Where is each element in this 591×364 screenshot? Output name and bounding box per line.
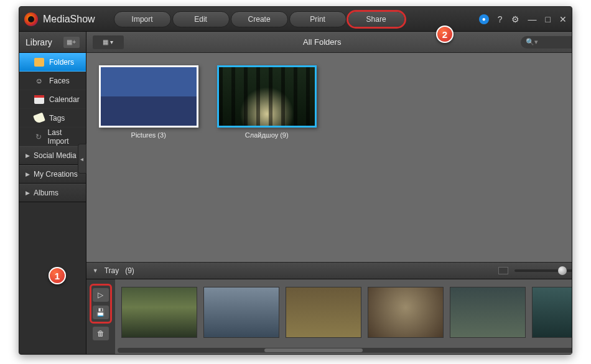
sidebar-cat-label: Social Media (34, 151, 77, 160)
app-body: Library ▦+ Folders ☺ Faces Calendar Tags… (19, 32, 572, 354)
search-icon: 🔍▾ (526, 38, 538, 46)
tray-strip[interactable] (115, 279, 572, 354)
library-label: Library (26, 37, 52, 47)
chevron-right-icon: ▶ (26, 190, 30, 196)
media-tray: ▷ 💾 🗑 (86, 279, 572, 354)
save-button[interactable]: 💾 (93, 306, 109, 319)
chevron-down-icon: ▼ (93, 268, 98, 274)
sidebar-item-label: Last Import (48, 128, 80, 146)
tab-import[interactable]: Import (114, 11, 171, 27)
small-view-icon[interactable] (498, 267, 508, 274)
folder-grid: Pictures (3) Слайдшоу (9) (86, 53, 572, 262)
app-logo-icon (24, 12, 38, 26)
titlebar: MediaShow Import Edit Create Print Share… (19, 7, 572, 32)
maximize-icon[interactable]: □ (546, 14, 551, 24)
tray-item[interactable] (203, 287, 279, 338)
sidebar-header: Library ▦+ (19, 32, 86, 53)
tray-item[interactable] (450, 287, 526, 338)
sidebar-item-label: Faces (49, 77, 70, 85)
tray-label: Tray (105, 266, 119, 275)
tray-tools: ▷ 💾 🗑 (86, 279, 115, 354)
play-button[interactable]: ▷ (93, 288, 109, 302)
sidebar-cat-social[interactable]: ▶ Social Media (19, 146, 86, 165)
sidebar-item-label: Calendar (49, 95, 80, 104)
sidebar-cat-albums[interactable]: ▶ Albums (19, 184, 86, 202)
tray-scrollbar[interactable] (118, 348, 572, 353)
tray-header[interactable]: ▼ Tray (9) (86, 262, 572, 279)
notification-icon[interactable]: ● (479, 14, 489, 24)
chevron-right-icon: ▶ (26, 152, 30, 159)
sidebar-cat-label: Albums (34, 189, 58, 197)
help-icon[interactable]: ? (498, 14, 503, 24)
folder-thumbnail (99, 65, 198, 128)
app-window: 1 2 MediaShow Import Edit Create Print S… (19, 6, 572, 355)
sidebar-cat-creations[interactable]: ▶ My Creations (19, 165, 86, 184)
search-input[interactable]: 🔍▾ ⓧ (521, 36, 572, 49)
settings-icon[interactable]: ⚙ (511, 14, 519, 24)
sidebar-item-label: Tags (49, 114, 65, 123)
sidebar-item-folders[interactable]: Folders (19, 53, 86, 72)
tray-item[interactable] (532, 287, 572, 338)
highlighted-tools: ▷ 💾 (91, 286, 110, 322)
sidebar-cat-label: My Creations (34, 170, 78, 179)
main-tabs: Import Edit Create Print Share (114, 11, 474, 27)
tray-item[interactable] (286, 287, 361, 338)
folder-thumb-slideshow[interactable]: Слайдшоу (9) (217, 65, 317, 139)
content-title: All Folders (131, 37, 513, 47)
tag-icon (33, 112, 45, 124)
thumbnail-size-slider[interactable] (514, 269, 572, 272)
collapse-sidebar-handle[interactable]: ◂ (78, 144, 86, 174)
tray-item[interactable] (368, 287, 444, 338)
view-mode-button[interactable]: ▦ ▾ (93, 35, 124, 49)
minimize-icon[interactable]: — (528, 14, 537, 24)
callout-2: 2 (436, 26, 454, 43)
folder-label: Слайдшоу (9) (245, 131, 289, 139)
folder-label: Pictures (3) (131, 131, 166, 139)
tab-edit[interactable]: Edit (172, 11, 230, 27)
chevron-right-icon: ▶ (26, 171, 30, 177)
calendar-icon (34, 95, 44, 104)
sidebar-item-faces[interactable]: ☺ Faces (19, 72, 86, 90)
sidebar: Library ▦+ Folders ☺ Faces Calendar Tags… (19, 32, 86, 354)
folder-thumbnail (217, 65, 317, 128)
main-area: ◂ ▦ ▾ All Folders 🔍▾ ⓧ Pictures (3) Слай… (86, 32, 572, 354)
tab-create[interactable]: Create (231, 11, 288, 27)
tab-print[interactable]: Print (289, 11, 347, 27)
delete-button[interactable]: 🗑 (93, 327, 109, 340)
faces-icon: ☺ (34, 77, 44, 85)
tab-share[interactable]: Share (348, 11, 405, 27)
callout-1: 1 (49, 267, 66, 284)
sidebar-item-label: Folders (49, 58, 74, 67)
add-library-icon[interactable]: ▦+ (63, 37, 80, 48)
folder-thumb-pictures[interactable]: Pictures (3) (99, 65, 198, 139)
sidebar-item-calendar[interactable]: Calendar (19, 90, 86, 109)
close-icon[interactable]: ✕ (559, 14, 567, 24)
tray-item[interactable] (121, 287, 197, 338)
last-import-icon: ↻ (34, 133, 43, 141)
sidebar-item-tags[interactable]: Tags (19, 109, 86, 128)
tray-count: (9) (125, 266, 134, 275)
window-controls: ● ? ⚙ — □ ✕ (479, 14, 567, 24)
folder-icon (34, 58, 44, 67)
app-title: MediaShow (43, 14, 95, 25)
sidebar-item-last-import[interactable]: ↻ Last Import (19, 128, 86, 146)
content-toolbar: ▦ ▾ All Folders 🔍▾ ⓧ (86, 32, 572, 53)
slider-thumb[interactable] (558, 266, 567, 275)
